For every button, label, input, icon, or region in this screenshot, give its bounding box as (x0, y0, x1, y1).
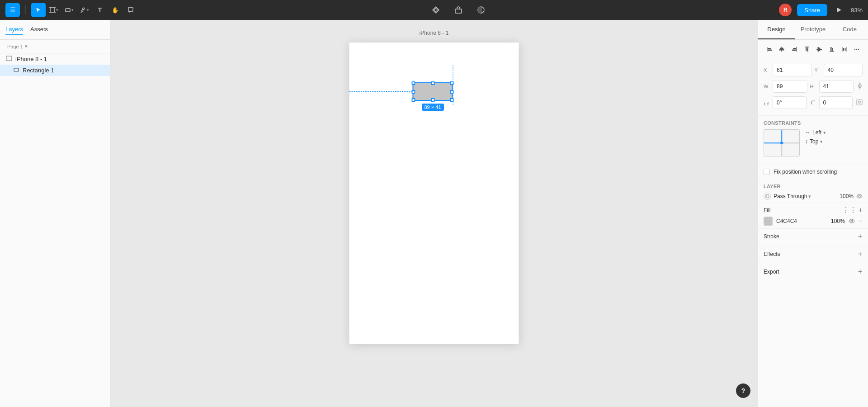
opacity-value[interactable]: 100% (837, 193, 854, 199)
selected-rectangle[interactable]: 89 × 41 (413, 82, 453, 101)
svg-rect-7 (455, 9, 462, 13)
prototype-tab[interactable]: Prototype (795, 20, 831, 39)
visibility-icon[interactable] (856, 193, 863, 200)
y-input[interactable]: 40 (824, 64, 863, 76)
left-panel-tabs: Layers Assets (0, 20, 110, 40)
play-button[interactable] (833, 4, 845, 16)
svg-rect-23 (792, 50, 796, 51)
components-icon[interactable] (429, 3, 443, 17)
corner-mode-icon[interactable] (856, 99, 863, 106)
w-input[interactable]: 89 (773, 80, 807, 93)
export-actions: + (858, 268, 863, 276)
x-input[interactable]: 61 (773, 64, 812, 76)
handle-tr[interactable] (450, 81, 454, 85)
zoom-level[interactable]: 93% (851, 7, 863, 14)
fill-remove-btn[interactable]: − (859, 218, 863, 225)
h-label: H (810, 84, 816, 89)
align-center-h-btn[interactable] (776, 43, 788, 55)
constraints-label: Constraints (764, 120, 863, 126)
corner-radius-input[interactable]: 0 (819, 96, 853, 109)
handle-br[interactable] (450, 98, 454, 102)
constrain-proportions-icon[interactable] (857, 82, 863, 91)
stroke-add-btn[interactable]: + (858, 232, 863, 241)
help-button[interactable]: ? (736, 383, 750, 398)
canvas-area[interactable]: iPhone 8 - 1 89 × 41 (110, 20, 758, 407)
pen-tool[interactable]: ▾ (77, 3, 92, 17)
right-panel-tabs: Design Prototype Code (758, 20, 868, 40)
hand-tool[interactable]: ✋ (108, 3, 123, 17)
page-selector[interactable]: Page 1 ▾ (0, 40, 110, 53)
plugins-icon[interactable] (452, 3, 465, 17)
frame-tool[interactable]: ▾ (47, 3, 61, 17)
select-tool[interactable] (31, 3, 46, 17)
effects-actions: + (858, 250, 863, 258)
svg-rect-31 (830, 47, 832, 51)
h-input[interactable]: 41 (819, 80, 854, 93)
blend-row: Pass Through ▾ 100% (764, 193, 863, 200)
user-avatar[interactable]: R (779, 4, 792, 16)
fill-grid-icon[interactable]: ⋮⋮ (842, 207, 857, 214)
fill-header: Fill ⋮⋮ + (764, 207, 863, 214)
layer-item-iphone[interactable]: iPhone 8 - 1 (0, 53, 110, 65)
svg-rect-14 (14, 68, 19, 71)
stroke-actions: + (858, 232, 863, 241)
svg-rect-26 (807, 47, 808, 52)
align-bottom-btn[interactable] (826, 43, 838, 55)
handle-tm[interactable] (431, 81, 434, 85)
theme-icon[interactable] (474, 3, 488, 17)
frame-label: iPhone 8 - 1 (420, 30, 449, 36)
fill-add-btn[interactable]: + (859, 207, 863, 214)
menu-button[interactable]: ☰ (5, 3, 20, 17)
fix-scroll-checkbox[interactable] (764, 169, 770, 175)
layer-item-rect[interactable]: Rectangle 1 (0, 65, 110, 76)
distribute-btn[interactable] (839, 43, 850, 55)
export-section: Export + (758, 264, 868, 281)
fill-visibility-icon[interactable] (849, 218, 855, 225)
main-layout: Layers Assets Page 1 ▾ iPhone 8 - 1 Rect… (0, 20, 868, 407)
more-align-btn[interactable] (851, 43, 863, 55)
text-tool[interactable]: T (93, 3, 107, 17)
svg-rect-41 (857, 99, 862, 105)
blend-mode-value: Pass Through (774, 193, 807, 199)
handle-mr[interactable] (450, 90, 454, 94)
svg-rect-35 (843, 48, 844, 51)
handle-tl[interactable] (412, 81, 415, 85)
align-top-btn[interactable] (801, 43, 813, 55)
h-constraint-select[interactable]: ↔ Left ▾ (805, 129, 863, 136)
fill-hex-value[interactable]: C4C4C4 (776, 218, 827, 224)
alignment-row (758, 40, 868, 59)
assets-tab[interactable]: Assets (30, 24, 48, 35)
code-tab[interactable]: Code (831, 20, 868, 39)
fix-scroll-label: Fix position when scrolling (774, 169, 837, 175)
fill-title: Fill (764, 207, 770, 213)
layers-tab[interactable]: Layers (5, 24, 23, 35)
handle-bl[interactable] (412, 98, 415, 102)
share-button[interactable]: Share (797, 4, 827, 16)
fill-opacity-value[interactable]: 100% (831, 218, 845, 224)
blend-mode-select[interactable]: Pass Through ▾ (774, 193, 835, 199)
align-left-btn[interactable] (764, 43, 775, 55)
align-center-v-btn[interactable] (814, 43, 826, 55)
corner-radius-icon (810, 99, 816, 106)
svg-rect-5 (66, 9, 70, 12)
v-constraint-select[interactable]: ↕ Top ▾ (805, 138, 863, 145)
fill-color-swatch[interactable] (764, 217, 773, 226)
layer-rect-label: Rectangle 1 (23, 67, 54, 74)
handle-ml[interactable] (412, 90, 415, 94)
align-right-btn[interactable] (788, 43, 800, 55)
comment-tool[interactable] (123, 3, 138, 17)
layer-section: Layer Pass Through ▾ 100% (758, 179, 868, 203)
design-tab[interactable]: Design (758, 20, 795, 39)
rotation-corner-row: 0° 0 (764, 96, 863, 109)
rotation-input[interactable]: 0° (773, 96, 807, 109)
effects-add-btn[interactable]: + (858, 250, 863, 258)
guide-line-horizontal (349, 91, 413, 92)
h-constraint-value: Left (812, 129, 821, 136)
toolbar-sep-1 (25, 5, 26, 14)
svg-rect-42 (859, 101, 860, 103)
svg-rect-33 (842, 47, 843, 52)
handle-bm[interactable] (431, 98, 434, 102)
effects-header: Effects + (764, 250, 863, 258)
shape-tool[interactable]: ▾ (62, 3, 76, 17)
export-add-btn[interactable]: + (858, 268, 863, 276)
